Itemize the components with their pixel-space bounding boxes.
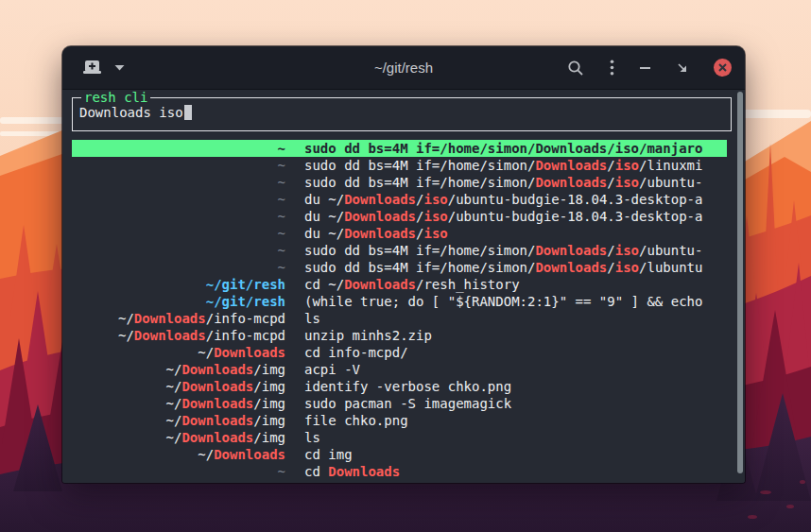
history-row[interactable]: ~sudo dd bs=4M if=/home/simon/Downloads/… bbox=[72, 242, 727, 259]
row-context: ~/Downloads/info-mcpd bbox=[72, 327, 285, 344]
text-segment: iso bbox=[423, 226, 447, 241]
text-segment: Downloads bbox=[181, 379, 253, 394]
history-row[interactable]: ~sudo dd bs=4M if=/home/simon/Downloads/… bbox=[72, 157, 727, 174]
history-row[interactable]: ~/Downloads/info-mcpdls bbox=[72, 310, 727, 327]
row-context: ~/Downloads/img bbox=[72, 429, 285, 446]
history-row[interactable]: ~cd Downloads bbox=[72, 463, 727, 480]
row-context: ~ bbox=[72, 242, 285, 259]
history-list: ~sudo dd bs=4M if=/home/simon/Downloads/… bbox=[72, 140, 727, 480]
row-command: ls bbox=[304, 429, 727, 446]
text-segment: /ubuntu- bbox=[639, 243, 702, 258]
history-row[interactable]: ~du ~/Downloads/iso bbox=[72, 225, 727, 242]
search-input[interactable]: Downloads iso bbox=[73, 98, 731, 120]
text-segment: ~/git/resh bbox=[206, 294, 285, 309]
text-segment: du ~/ bbox=[304, 209, 344, 224]
restore-button[interactable] bbox=[676, 61, 688, 74]
text-segment: Downloads bbox=[134, 311, 206, 326]
history-row[interactable]: ~/Downloads/imgsudo pacman -S imagemagic… bbox=[72, 395, 727, 412]
text-segment: ~/ bbox=[118, 311, 134, 326]
text-segment: du ~/ bbox=[304, 226, 344, 241]
history-row[interactable]: ~/Downloads/imgidentify -verbose chko.pn… bbox=[72, 378, 727, 395]
search-button[interactable] bbox=[567, 60, 584, 77]
text-segment: /img bbox=[253, 379, 285, 394]
text-segment: cd info-mcpd/ bbox=[304, 345, 408, 360]
text-segment: Downloads bbox=[181, 430, 253, 445]
text-segment: Downloads bbox=[344, 277, 416, 292]
history-row[interactable]: ~/Downloadscd info-mcpd/ bbox=[72, 344, 727, 361]
row-context: ~ bbox=[72, 174, 285, 191]
text-segment: / bbox=[607, 175, 614, 190]
text-segment: ~/ bbox=[166, 396, 182, 411]
text-segment: /ubuntu-budgie-18.04.3-desktop-a bbox=[448, 192, 703, 207]
text-segment: Downloads bbox=[181, 413, 253, 428]
text-segment: /ubuntu-budgie-18.04.3-desktop-a bbox=[448, 209, 703, 224]
text-segment: Downloads bbox=[328, 464, 400, 479]
row-context: ~ bbox=[72, 140, 285, 157]
row-command: unzip minhs2.zip bbox=[304, 327, 727, 344]
text-segment: iso bbox=[615, 158, 639, 173]
close-button[interactable] bbox=[714, 59, 732, 77]
new-tab-button[interactable] bbox=[83, 60, 101, 76]
row-context: ~ bbox=[72, 191, 285, 208]
row-command: sudo dd bs=4M if=/home/simon/Downloads/i… bbox=[304, 242, 727, 259]
text-segment: ~/ bbox=[198, 447, 214, 462]
text-segment: / bbox=[607, 260, 614, 275]
row-command: sudo dd bs=4M if=/home/simon/Downloads/i… bbox=[304, 259, 727, 276]
text-segment: ~ bbox=[278, 158, 285, 173]
text-segment: /ubuntu- bbox=[639, 175, 702, 190]
text-segment: sudo dd bs=4M if=/home/simon/Downloads/i… bbox=[304, 141, 702, 156]
text-segment: iso bbox=[615, 175, 639, 190]
history-row[interactable]: ~/Downloads/imgls bbox=[72, 429, 727, 446]
history-row-selected[interactable]: ~sudo dd bs=4M if=/home/simon/Downloads/… bbox=[72, 140, 727, 157]
text-segment: iso bbox=[615, 260, 639, 275]
history-row[interactable]: ~/Downloads/info-mcpdunzip minhs2.zip bbox=[72, 327, 727, 344]
history-row[interactable]: ~du ~/Downloads/iso/ubuntu-budgie-18.04.… bbox=[72, 208, 727, 225]
history-row[interactable]: ~/git/reshcd ~/Downloads/resh_history bbox=[72, 276, 727, 293]
titlebar: ~/git/resh bbox=[62, 46, 745, 90]
minimize-icon bbox=[640, 66, 650, 70]
row-command: (while true; do [ "${RANDOM:2:1}" == "9"… bbox=[304, 293, 727, 310]
row-context: ~ bbox=[72, 463, 285, 480]
row-command: sudo dd bs=4M if=/home/simon/Downloads/i… bbox=[304, 174, 727, 191]
row-context: ~/Downloads/img bbox=[72, 412, 285, 429]
row-context: ~/Downloads/img bbox=[72, 361, 285, 378]
close-icon bbox=[718, 63, 727, 72]
text-segment: Downloads bbox=[535, 175, 607, 190]
text-segment: Downloads bbox=[344, 192, 416, 207]
row-command: du ~/Downloads/iso/ubuntu-budgie-18.04.3… bbox=[304, 191, 727, 208]
resh-search-box[interactable]: resh cli Downloads iso bbox=[72, 97, 732, 131]
text-segment: Downloads bbox=[134, 328, 206, 343]
row-context: ~/Downloads bbox=[72, 344, 285, 361]
tab-list-dropdown[interactable] bbox=[114, 64, 125, 71]
chevron-down-icon bbox=[114, 64, 125, 71]
row-command: sudo pacman -S imagemagick bbox=[304, 395, 727, 412]
text-segment: ~ bbox=[278, 192, 285, 207]
history-row[interactable]: ~/git/resh(while true; do [ "${RANDOM:2:… bbox=[72, 293, 727, 310]
row-command: identify -verbose chko.png bbox=[304, 378, 727, 395]
row-context: ~/git/resh bbox=[72, 276, 285, 293]
minimize-button[interactable] bbox=[640, 66, 650, 70]
search-query-text: Downloads iso bbox=[79, 105, 183, 120]
history-row[interactable]: ~/Downloads/imgacpi -V bbox=[72, 361, 727, 378]
scrollbar[interactable] bbox=[737, 92, 743, 473]
history-row[interactable]: ~sudo dd bs=4M if=/home/simon/Downloads/… bbox=[72, 174, 727, 191]
row-context: ~ bbox=[72, 157, 285, 174]
text-segment: /img bbox=[253, 396, 285, 411]
row-context: ~ bbox=[72, 208, 285, 225]
text-segment: / bbox=[607, 158, 614, 173]
text-segment: ~ bbox=[278, 209, 285, 224]
row-command: du ~/Downloads/iso/ubuntu-budgie-18.04.3… bbox=[304, 208, 727, 225]
text-segment: ~/ bbox=[118, 328, 134, 343]
history-row[interactable]: ~du ~/Downloads/iso/ubuntu-budgie-18.04.… bbox=[72, 191, 727, 208]
text-segment: identify -verbose chko.png bbox=[304, 379, 511, 394]
text-segment: /lubuntu bbox=[639, 260, 702, 275]
history-row[interactable]: ~/Downloadscd img bbox=[72, 446, 727, 463]
history-row[interactable]: ~sudo dd bs=4M if=/home/simon/Downloads/… bbox=[72, 259, 727, 276]
text-segment: sudo dd bs=4M if=/home/simon/ bbox=[304, 158, 535, 173]
history-row[interactable]: ~/Downloads/imgfile chko.png bbox=[72, 412, 727, 429]
row-context: ~/Downloads/img bbox=[72, 395, 285, 412]
text-segment: ~/ bbox=[166, 362, 182, 377]
row-command: cd Downloads bbox=[304, 463, 727, 480]
menu-button[interactable] bbox=[610, 60, 614, 76]
text-segment: ~/ bbox=[166, 413, 182, 428]
